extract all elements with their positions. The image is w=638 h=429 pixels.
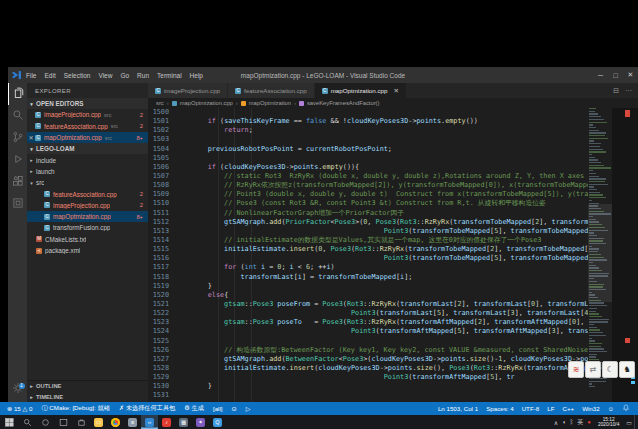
- status-cmake-status[interactable]: ⓘ CMake: [Debug]: 就绪: [41, 404, 109, 413]
- search-button[interactable]: [18, 415, 36, 429]
- breadcrumb-item[interactable]: mapOptmization: [249, 100, 291, 106]
- tree-item-package-xml[interactable]: ≺package.xml: [27, 245, 148, 256]
- code-line[interactable]: 1528 initialEstimate.insert(cloudKeyPose…: [148, 364, 588, 373]
- status-indentation[interactable]: Spaces: 4: [486, 405, 514, 412]
- status-cmake-kit[interactable]: ✗ 未选择任何工具包: [119, 404, 175, 413]
- status-cmake-build[interactable]: ⚙ 生成: [184, 404, 204, 413]
- code-line[interactable]: 1530 }: [148, 382, 588, 391]
- tree-item-launch[interactable]: ▸launch: [27, 166, 148, 177]
- code-line[interactable]: 1500: [148, 108, 588, 117]
- status-notifications-bell-icon[interactable]: [622, 404, 630, 413]
- store-button[interactable]: [72, 415, 90, 429]
- status-encoding[interactable]: UTF-8: [522, 405, 540, 412]
- code-line[interactable]: 1525: [148, 337, 588, 346]
- activity-bar-extensions[interactable]: [8, 171, 27, 193]
- status-eol[interactable]: LF: [547, 405, 554, 412]
- code-line[interactable]: 1522 Point3(transformLast[5], transformL…: [148, 309, 588, 318]
- show-desktop-button[interactable]: [634, 415, 638, 429]
- tab-imageProjection.cpp[interactable]: CimageProjection.cpp: [148, 83, 228, 98]
- code-line[interactable]: 1509 // Point3 (double x, double y, doub…: [148, 190, 588, 199]
- code-line[interactable]: 1513 Point3(transformTobeMapped[5], tran…: [148, 227, 588, 236]
- code-line[interactable]: 1529 Point3(transformAftMapped[5], tr: [148, 373, 588, 382]
- code-line[interactable]: 1518 transformLast[i] = transformTobeMap…: [148, 273, 588, 282]
- code-line[interactable]: 1521 gtsam::Pose3 poseFrom = Pose3(Rot3:…: [148, 300, 588, 309]
- code-line[interactable]: 1526 // 构造函数原型:BetweenFactor (Key key1, …: [148, 346, 588, 355]
- code-line[interactable]: 1503: [148, 135, 588, 144]
- taskbar-app-chrome[interactable]: [107, 415, 124, 429]
- overlay-button-cat[interactable]: ♞: [619, 361, 635, 378]
- tree-item-mapOptmization-cpp[interactable]: CmapOptmization.cpp8+: [27, 211, 148, 222]
- maximize-button[interactable]: □: [608, 67, 623, 83]
- status-language-mode[interactable]: C++: [562, 405, 574, 412]
- code-line[interactable]: 1514 // initialEstimate的数据类型是Values,其实就是…: [148, 236, 588, 245]
- tree-item-CMakeLists-txt[interactable]: MCMakeLists.txt: [27, 234, 148, 245]
- tree-item-include[interactable]: ▸include: [27, 154, 148, 165]
- activity-bar-explorer[interactable]: [8, 83, 28, 105]
- tree-item-transformFusion-cpp[interactable]: CtransformFusion.cpp: [27, 222, 148, 233]
- activity-bar-run-debug[interactable]: [8, 149, 27, 171]
- code-line[interactable]: 1516 Point3(transformTobeMapped[5], tran…: [148, 254, 588, 263]
- taskbar-app-app-blue[interactable]: Q: [209, 415, 226, 429]
- code-line[interactable]: 1520 else{: [148, 291, 588, 300]
- breadcrumb-item[interactable]: src: [156, 100, 164, 106]
- overlay-button-red[interactable]: ≋: [568, 361, 584, 378]
- taskbar-app-app-files[interactable]: ≡: [124, 415, 141, 429]
- open-editor-item[interactable]: ✕CmapOptmization.cppsrc8+: [27, 132, 148, 143]
- menu-view[interactable]: View: [98, 72, 112, 79]
- breadcrumb-item[interactable]: mapOptmization.cpp: [180, 100, 233, 106]
- taskbar-clock[interactable]: 15:122020/10/4: [595, 417, 622, 427]
- minimap-slider[interactable]: [588, 204, 612, 302]
- status-cmake-launch[interactable]: ▷: [246, 405, 251, 412]
- code-line[interactable]: 1512 gtSAMgraph.add(PriorFactor<Pose3>(0…: [148, 218, 588, 227]
- menu-go[interactable]: Go: [120, 72, 129, 79]
- cortana-button[interactable]: [36, 415, 54, 429]
- overlay-button-translate[interactable]: ⇄: [585, 361, 601, 378]
- tree-item-src[interactable]: ▾src: [27, 177, 148, 188]
- taskbar-app-vscode[interactable]: ‹›: [141, 415, 158, 429]
- code-line[interactable]: 1519 }: [148, 282, 588, 291]
- tab-close-icon[interactable]: ✕: [393, 87, 398, 95]
- project-root-header[interactable]: ▾LEGO-LOAM: [27, 143, 148, 154]
- code-line[interactable]: 1510 // Pose3 (const Rot3 &R, const Poin…: [148, 199, 588, 208]
- open-editor-item[interactable]: CfeatureAssociation.cppsrc2: [27, 121, 148, 132]
- volume-icon[interactable]: ◖: [562, 419, 566, 425]
- taskbar-app-file-explorer[interactable]: ▭: [90, 415, 107, 429]
- breadcrumb-item[interactable]: saveKeyFramesAndFactor(): [307, 100, 379, 106]
- start-button[interactable]: [0, 415, 18, 429]
- task-view-button[interactable]: [54, 415, 72, 429]
- code-line[interactable]: 1501 if (saveThisKeyFrame == false && !c…: [148, 117, 588, 126]
- code-line[interactable]: 1531: [148, 391, 588, 400]
- tree-item-featureAssociation-cpp[interactable]: CfeatureAssociation.cpp2: [27, 188, 148, 199]
- overview-ruler[interactable]: [612, 108, 638, 402]
- activity-bar-search[interactable]: [8, 105, 27, 127]
- tray-expand[interactable]: ∧: [554, 419, 558, 426]
- taskbar-app-app-grid[interactable]: ▦: [175, 415, 192, 429]
- code-line[interactable]: 1504 previousRobotPosPoint = currentRobo…: [148, 145, 588, 154]
- activity-bar-source-control[interactable]: [8, 127, 27, 149]
- tray-badge[interactable]: ●: [587, 419, 591, 425]
- menu-run[interactable]: Run: [137, 72, 149, 79]
- code-line[interactable]: 1502 return;: [148, 126, 588, 135]
- status-cmake-debug[interactable]: ⊙: [232, 405, 237, 412]
- open-editor-item[interactable]: CimageProjection.cppsrc2: [27, 109, 148, 120]
- code-line[interactable]: 1524 Point3(transformAftMapped[5], trans…: [148, 327, 588, 336]
- code-line[interactable]: 1515 initialEstimate.insert(0, Pose3(Rot…: [148, 245, 588, 254]
- activity-bar-remote-explorer[interactable]: [8, 193, 27, 215]
- close-button[interactable]: ✕: [623, 67, 638, 83]
- menu-selection[interactable]: Selection: [64, 72, 91, 79]
- overlay-button-darkmode[interactable]: ☾: [602, 361, 618, 378]
- code-line[interactable]: 1506 if (cloudKeyPoses3D->points.empty()…: [148, 163, 588, 172]
- tab-mapOptmization.cpp[interactable]: CmapOptmization.cpp✕: [315, 83, 407, 98]
- split-editor-icon[interactable]: ⊟: [613, 87, 619, 95]
- code-line[interactable]: 1523 gtsam::Pose3 poseTo = Pose3(Rot3::R…: [148, 318, 588, 327]
- network-icon[interactable]: ᛒ: [570, 419, 574, 425]
- taskbar-app-app-red[interactable]: ♪: [158, 415, 175, 429]
- code-editor[interactable]: 15001501 if (saveThisKeyFrame == false &…: [148, 108, 588, 402]
- ime-indicator[interactable]: 英: [577, 418, 583, 427]
- more-actions-icon[interactable]: ⋯: [625, 87, 632, 95]
- menu-file[interactable]: File: [26, 72, 36, 79]
- menu-edit[interactable]: Edit: [44, 72, 55, 79]
- open-editors-header[interactable]: ▾OPEN EDITORS: [27, 98, 148, 109]
- code-line[interactable]: 1508 // RzRyRx依次按照z(transformTobeMapped[…: [148, 181, 588, 190]
- menu-help[interactable]: Help: [190, 72, 203, 79]
